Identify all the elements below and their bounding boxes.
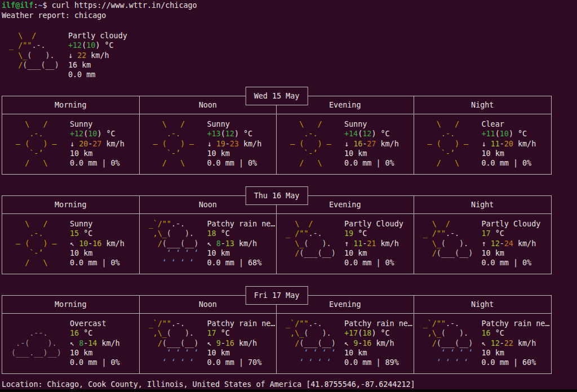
visibility-value: 10 km [70,349,92,357]
temperature-value: +11(10) °C [482,130,527,138]
forecast-cell-info: Patchy rain ne… 16 °C ↖ 12-22 km/h 10 km… [482,319,550,373]
patchy_rain-art-icon: _`/"".-. ,\_( ). /(___(__) ‘ ‘ ‘ ‘ ‘ ‘ ‘… [281,319,344,373]
wind-value: ↓ 22 km/h [68,51,109,60]
forecast-cell-info: Sunny 15 °C ↖ 10-16 km/h 10 km 0.0 mm | … [70,219,125,274]
forecast-cell-noon: _`/"".-. ,\_( ). /(___(__) ‘ ‘ ‘ ‘ ‘ ‘ ‘… [140,214,277,274]
wind-value: ↑ 12-24 km/h [482,239,536,248]
precipitation-value: 0.0 mm | 0% [70,159,120,167]
condition-label: Patchy rain ne… [344,319,412,328]
temperature-value: 16 °C [70,329,92,337]
visibility-value: 10 km [344,249,367,257]
temperature-value: 15 °C [70,229,92,238]
current-weather-info: Partly cloudy +12(10) °C ↓ 22 km/h 16 km… [68,31,127,79]
condition-label: Partly Cloudy [344,220,403,228]
temperature-value: 18 °C [207,229,230,238]
partly_cloudy-art-icon: \ / _ /"".-. \_( ). /(___(__) [281,219,344,274]
sunny-art-icon: \ / .-. ― ( ) ― `-’ / \ [419,119,482,174]
forecast-cell-morning: \ / .-. ― ( ) ― `-’ / \Sunny +12(10) °C … [2,114,140,174]
period-header-morning: Morning [2,296,140,314]
condition-label: Sunny [70,220,92,228]
temperature-value: +17(18) °C [344,329,390,337]
wind-value: ↖ 9-16 km/h [207,339,258,348]
forecast-cell-evening: _`/"".-. ,\_( ). /(___(__) ‘ ‘ ‘ ‘ ‘ ‘ ‘… [277,314,414,373]
visibility-value: 16 km [68,61,91,69]
wind-value: ↖ 12-22 km/h [482,339,536,348]
precipitation-value: 0.0 mm | 0% [344,159,394,167]
condition-label: Patchy rain ne… [207,319,276,328]
forecast-cell-info: Patchy rain ne… 18 °C ↖ 8-13 km/h 10 km … [207,219,276,274]
temperature-value: 19 °C [344,229,367,238]
current-conditions: \ / _ /"".-. \_( ). /(___(__) Partly clo… [5,31,127,79]
precipitation-value: 0.0 mm | 0% [70,358,120,367]
visibility-value: 10 km [482,349,504,357]
partly_cloudy-art-icon: \ / _ /"".-. \_( ). /(___(__) [5,31,68,79]
forecast-cell-info: Sunny +14(12) °C ↓ 16-27 km/h 10 km 0.0 … [344,119,399,174]
date-box: Fri 17 May [246,286,308,305]
wind-value: ↖ 10-16 km/h [70,239,125,248]
overcast-art-icon: .--. .-( ). (___.__)__) [7,319,70,373]
forecast-cell-info: Partly Cloudy 19 °C ↑ 11-21 km/h 10 km 0… [344,219,403,274]
condition-label: Clear [482,120,504,128]
forecast-cell-info: Overcast 16 °C ↖ 8-14 km/h 10 km 0.0 mm … [70,319,120,373]
precipitation-value: 0.0 mm [68,70,95,79]
forecast-cell-info: Partly Cloudy 17 °C ↑ 12-24 km/h 10 km 0… [482,219,541,274]
condition-label: Sunny [344,120,367,128]
forecast-cell-evening: \ / .-. ― ( ) ― `-’ / \Sunny +14(12) °C … [277,114,414,174]
temperature-value: +12(10) °C [70,130,116,138]
precipitation-value: 0.0 mm | 68% [207,259,262,267]
sunny-art-icon: \ / .-. ― ( ) ― `-’ / \ [144,119,207,174]
forecast-table-fri: Fri 17 May MorningNoonEveningNight .--. … [2,295,552,374]
condition-label: Patchy rain ne… [207,220,276,228]
wind-value: ↓ 20-27 km/h [70,140,125,148]
wind-value: ↓ 19-23 km/h [207,140,262,148]
wind-value: ↑ 11-21 km/h [344,239,399,248]
patchy_rain-art-icon: _`/"".-. ,\_( ). /(___(__) ‘ ‘ ‘ ‘ ‘ ‘ ‘… [144,219,207,274]
forecast-cells-row: .--. .-( ). (___.__)__) Overcast 16 °C ↖… [2,314,551,373]
condition-label: Partly Cloudy [482,220,541,228]
wind-value: ↖ 8-13 km/h [207,239,258,248]
weather-report-title: Weather report: chicago [2,11,106,20]
sunny-art-icon: \ / .-. ― ( ) ― `-’ / \ [7,119,70,174]
forecast-cell-night: \ / _ /"".-. \_( ). /(___(__) Partly Clo… [414,214,552,274]
forecast-table-thu: Thu 16 May MorningNoonEveningNight \ / .… [2,195,552,274]
forecast-cell-morning: \ / .-. ― ( ) ― `-’ / \Sunny 15 °C ↖ 10-… [2,214,140,274]
forecast-cell-night: _`/"".-. ,\_( ). /(___(__) ‘ ‘ ‘ ‘ ‘ ‘ ‘… [414,314,552,373]
date-box: Thu 16 May [246,186,308,205]
period-header-night: Night [414,196,552,214]
precipitation-value: 0.0 mm | 0% [70,259,120,267]
patchy_rain-art-icon: _`/"".-. ,\_( ). /(___(__) ‘ ‘ ‘ ‘ ‘ ‘ ‘… [144,319,207,373]
temperature-value: 17 °C [482,229,504,238]
forecast-table-wed: Wed 15 May MorningNoonEveningNight \ / .… [2,96,552,175]
condition-label: Partly cloudy [68,32,127,40]
prompt-user-host: ilf@ilf [2,1,33,10]
forecast-cell-info: Clear +11(10) °C ↓ 11-20 km/h 10 km 0.0 … [482,119,536,174]
forecast-cell-info: Sunny +12(10) °C ↓ 20-27 km/h 10 km 0.0 … [70,119,125,174]
prompt-path: ~ [38,1,43,10]
wind-value: ↓ 16-27 km/h [344,140,399,148]
terminal-prompt: ilf@ilf:~$ curl https://www.wttr.in/chic… [2,1,197,10]
precipitation-value: 0.0 mm | 0% [344,259,394,267]
wind-value: ↓ 11-20 km/h [482,140,536,148]
precipitation-value: 0.0 mm | 60% [482,358,536,367]
visibility-value: 10 km [207,249,230,257]
period-header-night: Night [414,96,552,114]
sunny-art-icon: \ / .-. ― ( ) ― `-’ / \ [7,219,70,274]
sunny-art-icon: \ / .-. ― ( ) ― `-’ / \ [281,119,344,174]
wind-value: ↖ 8-14 km/h [70,339,120,348]
forecast-cell-noon: _`/"".-. ,\_( ). /(___(__) ‘ ‘ ‘ ‘ ‘ ‘ ‘… [140,314,277,373]
visibility-value: 10 km [70,249,92,257]
condition-label: Patchy rain ne… [482,319,550,328]
visibility-value: 10 km [344,149,367,158]
temperature-value: +14(12) °C [344,130,390,138]
date-box: Wed 15 May [246,87,308,105]
visibility-value: 10 km [70,149,92,158]
forecast-cell-night: \ / .-. ― ( ) ― `-’ / \Clear +11(10) °C … [414,114,552,174]
forecast-cell-evening: \ / _ /"".-. \_( ). /(___(__) Partly Clo… [277,214,414,274]
patchy_rain-art-icon: _`/"".-. ,\_( ). /(___(__) ‘ ‘ ‘ ‘ ‘ ‘ ‘… [419,319,482,373]
period-header-morning: Morning [2,196,140,214]
forecast-cell-noon: \ / .-. ― ( ) ― `-’ / \Sunny +13(12) °C … [140,114,277,174]
precipitation-value: 0.0 mm | 89% [344,358,399,367]
precipitation-value: 0.0 mm | 0% [482,259,532,267]
condition-label: Sunny [70,120,92,128]
condition-label: Sunny [207,120,230,128]
